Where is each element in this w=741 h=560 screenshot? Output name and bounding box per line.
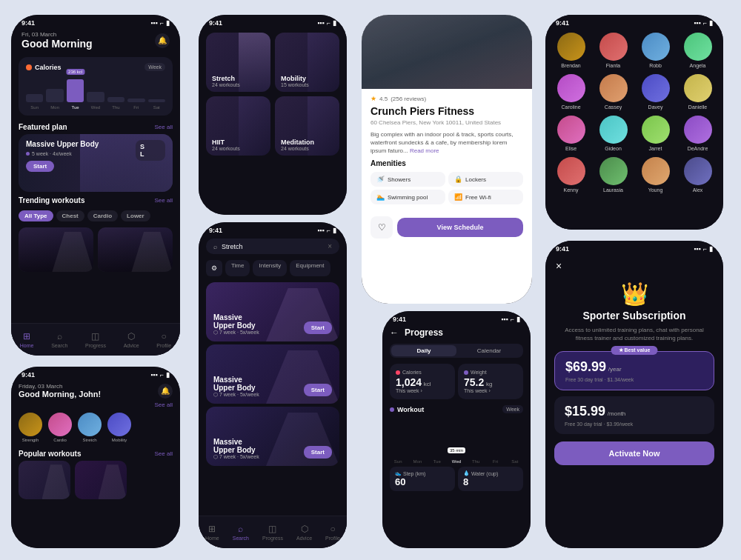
back-arrow[interactable]: ← (390, 327, 399, 338)
trainer-alex[interactable]: Alex (679, 157, 716, 193)
category-strength[interactable]: Strength (19, 413, 42, 442)
trainer-elise[interactable]: Elise (553, 116, 589, 151)
bell-8[interactable]: 🔔 (158, 384, 173, 399)
signal-icon-8: ▪▪▪ (150, 371, 158, 379)
nav-profile-3[interactable]: ○ Profile (325, 524, 340, 541)
nav-advice[interactable]: ⬡ Advice (124, 331, 139, 348)
search-result-3[interactable]: MassiveUpper Body ⬡ 7 week · 5x/week Sta… (206, 407, 339, 466)
featured-workout-title: Massive Upper Body (26, 140, 99, 149)
popular-2[interactable] (75, 461, 127, 499)
filter-all[interactable]: All Type (19, 210, 53, 221)
featured-card[interactable]: Massive Upper Body 5 week · 4x/week Star… (19, 134, 173, 192)
phone-trainers: 9:41 ▪▪▪ ⌐ ▮ Brendan Fianta Ro (545, 15, 723, 230)
nav-progress[interactable]: ◫ Progress (85, 331, 106, 348)
start-btn-2[interactable]: Start (304, 384, 332, 396)
time-2: 9:41 (209, 19, 222, 27)
tab-calendar[interactable]: Calendar (456, 345, 522, 356)
nav-profile[interactable]: ○ Profile (156, 331, 171, 348)
tab-daily[interactable]: Daily (391, 345, 456, 356)
filter-cardio[interactable]: Cardio (87, 210, 118, 221)
popular-see-all[interactable]: See all (155, 450, 173, 457)
trainer-fianta[interactable]: Fianta (595, 33, 631, 68)
activate-button[interactable]: Activate Now (554, 441, 714, 465)
trainer-gideon[interactable]: Gideon (595, 116, 631, 151)
water-icon: 💧 (463, 470, 470, 476)
avatar-alex (684, 157, 712, 185)
phone-workouts: 9:41 ▪▪▪ ⌐ ▮ Stretch 24 workouts (199, 15, 347, 215)
start-btn-3[interactable]: Start (304, 446, 332, 459)
search-bar[interactable]: ⌕ Stretch × (206, 239, 339, 254)
trainer-davey[interactable]: Davey (637, 74, 674, 110)
search-result-1[interactable]: MassiveUpper Body ⬡ 7 week · 5x/week Sta… (206, 282, 339, 341)
trainer-laurasia[interactable]: Laurasia (595, 157, 631, 193)
workout-meditation[interactable]: Meditation 24 workouts (275, 96, 339, 156)
see-all-8[interactable]: See all (155, 401, 173, 408)
wifi-icon-3: ⌐ (327, 227, 330, 234)
workout-thumb-2[interactable] (98, 227, 173, 272)
trainer-robb[interactable]: Robb (637, 33, 674, 68)
week-badge[interactable]: Week (144, 63, 165, 71)
view-schedule-button[interactable]: View Schedule (397, 218, 523, 237)
status-bar-7: 9:41 ▪▪▪ ⌐ ▮ (545, 241, 723, 254)
bar-col-fri: Fri (487, 458, 503, 464)
trainer-kenny[interactable]: Kenny (553, 157, 589, 193)
close-button[interactable]: × (545, 254, 723, 275)
filter-time[interactable]: Time (225, 260, 250, 276)
step-water-row: 👟 Step (km) 60 💧 Water (cup) 8 (382, 467, 531, 491)
canvas: 9:41 ▪▪▪ ⌐ ▮ Fri, 03 March Good Morning … (0, 0, 741, 560)
workout-stretch[interactable]: Stretch 24 workouts (206, 33, 270, 92)
trainer-deandre[interactable]: DeAndre (679, 116, 716, 151)
workout-mobility[interactable]: Mobility 15 workouts (275, 33, 339, 92)
start-button[interactable]: Start (26, 161, 54, 172)
trainer-cassey[interactable]: Cassey (595, 74, 631, 110)
filter-lower[interactable]: Lower (121, 210, 150, 221)
nav-search-3[interactable]: ⌕ Search (233, 524, 249, 541)
trainer-brendan[interactable]: Brendan (553, 33, 589, 68)
nav-home-3[interactable]: ⊞ Home (205, 524, 219, 541)
price-card-month[interactable]: $15.99 /month Free 30 day trial · $3.99/… (554, 396, 714, 434)
category-mobility[interactable]: Mobility (107, 413, 131, 442)
start-btn-1[interactable]: Start (304, 321, 332, 334)
workout-grid: Stretch 24 workouts Mobility 15 workouts… (199, 28, 347, 160)
filter-intensity[interactable]: Intensity (253, 260, 287, 276)
favorite-button[interactable]: ♡ (370, 216, 393, 239)
progress-header: ← Progress (382, 324, 531, 341)
workout-hiit[interactable]: HIIT 24 workouts (206, 96, 270, 156)
close-search-icon[interactable]: × (328, 242, 332, 250)
search-result-2[interactable]: MassiveUpper Body ⬡ 7 week · 5x/week Sta… (206, 344, 339, 404)
popular-1[interactable] (19, 461, 70, 499)
nav-advice-3[interactable]: ⬡ Advice (296, 524, 312, 541)
search-input[interactable]: Stretch (222, 243, 323, 250)
trainer-caroline[interactable]: Caroline (553, 74, 589, 110)
wifi-icon-8: ⌐ (160, 371, 164, 379)
trending-see-all[interactable]: See all (155, 197, 173, 204)
trainer-jarret[interactable]: Jarret (637, 116, 674, 151)
search-icon-3b: ⌕ (238, 524, 243, 534)
read-more-link[interactable]: Read more (410, 147, 439, 154)
calories-card: Calories Week 236 kcl Sun (19, 57, 173, 116)
category-cardio[interactable]: Cardio (48, 413, 72, 442)
category-stretch[interactable]: Stretch (78, 413, 102, 442)
nav-search[interactable]: ⌕ Search (51, 331, 67, 348)
time-8: 9:41 (21, 371, 35, 379)
bar-sat (148, 99, 165, 102)
filter-tags: All Type Chest Cardio Lower (11, 207, 180, 224)
workout-thumb-1[interactable] (19, 227, 93, 272)
notification-bell[interactable]: 🔔 (155, 33, 170, 48)
water-value: 8 (463, 476, 468, 487)
filter-chest[interactable]: Chest (56, 210, 84, 221)
price-card-year[interactable]: ★ Best value $69.99 /year Free 30 day tr… (554, 351, 714, 390)
status-bar-6: 9:41 ▪▪▪ ⌐ ▮ (545, 15, 723, 28)
profile-icon: ○ (162, 331, 167, 341)
filter-equipment[interactable]: Equipment (290, 260, 330, 276)
trainer-angela[interactable]: Angela (679, 33, 716, 68)
trainer-danielle[interactable]: Danielle (679, 74, 716, 110)
nav-progress-3[interactable]: ◫ Progress (262, 524, 283, 541)
nav-home[interactable]: ⊞ Home (20, 331, 34, 348)
filter-icon-button[interactable]: ⚙ (206, 260, 222, 276)
trending-title: Trending workouts (19, 196, 84, 204)
trainer-young[interactable]: Young (637, 157, 674, 193)
gym-name: Crunch Piers Fitness (370, 105, 523, 118)
featured-see-all[interactable]: See all (155, 124, 173, 130)
time-3: 9:41 (209, 227, 222, 234)
